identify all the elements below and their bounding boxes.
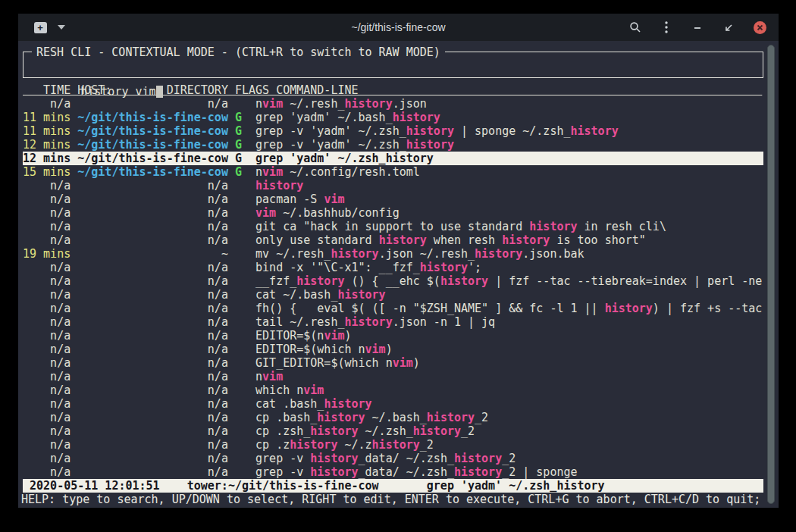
match-highlight: history <box>529 220 577 233</box>
close-button[interactable] <box>753 20 766 34</box>
history-row[interactable]: 11 mins ~/git/this-is-fine-cow G grep -v… <box>23 124 763 138</box>
row-time: n/a <box>23 356 77 370</box>
match-highlight: vim <box>262 165 283 179</box>
history-row[interactable]: n/a n/a pacman -S vim <box>23 192 763 206</box>
row-command: cat .bash_history <box>255 397 372 411</box>
row-flags <box>235 302 255 315</box>
history-row[interactable]: n/a n/a grep -v history_data/ ~/.zsh_his… <box>23 452 763 465</box>
history-row[interactable]: n/a n/a __fzf_history () { __ehc $(histo… <box>23 274 763 288</box>
resh-search-box[interactable]: RESH CLI - CONTEXTUAL MODE - (CTRL+R to … <box>23 52 763 78</box>
row-time: 11 mins <box>23 111 77 124</box>
history-row[interactable]: n/a n/a cp .bash_history ~/.bash_history… <box>23 411 763 424</box>
row-time: n/a <box>23 302 77 315</box>
history-row[interactable]: n/a n/a nvim ~/.resh_history.json <box>23 97 763 111</box>
row-command: grep 'yadm' ~/.zsh_history <box>255 152 434 165</box>
row-directory: n/a <box>77 424 235 438</box>
history-row[interactable]: 11 mins ~/git/this-is-fine-cow G grep 'y… <box>23 111 763 124</box>
row-directory: n/a <box>77 343 235 356</box>
row-flags <box>235 452 255 465</box>
row-directory: n/a <box>77 97 235 111</box>
search-box-title: RESH CLI - CONTEXTUAL MODE - (CTRL+R to … <box>32 45 445 59</box>
row-command: grep -v 'yadm' ~/.zsh_history <box>255 138 454 152</box>
row-directory: ~/git/this-is-fine-cow <box>77 165 235 179</box>
history-row[interactable]: n/a n/a cat .bash_history <box>23 397 763 411</box>
row-command: grep -v history_data/ ~/.zsh_history_2 <box>255 452 516 465</box>
row-time: n/a <box>23 329 77 343</box>
row-command: grep 'yadm' ~/.bash_history <box>255 111 440 124</box>
history-row[interactable]: n/a n/a grep -v history_data/ ~/.zsh_his… <box>23 465 763 479</box>
search-button[interactable] <box>628 20 642 34</box>
row-directory: n/a <box>77 206 235 220</box>
history-row[interactable]: n/a n/a which nvim <box>23 383 763 397</box>
history-row-selected[interactable]: 12 mins ~/git/this-is-fine-cow G grep 'y… <box>23 152 763 165</box>
new-tab-button[interactable]: + <box>33 20 47 34</box>
match-highlight: history <box>393 111 440 124</box>
row-directory: n/a <box>77 315 235 329</box>
row-command: nvim ~/.resh_history.json <box>255 97 427 111</box>
history-row[interactable]: n/a n/a only use standard history when r… <box>23 233 763 247</box>
restore-button[interactable] <box>722 20 735 34</box>
match-highlight: history <box>605 302 653 315</box>
row-directory: ~/git/this-is-fine-cow <box>77 124 235 138</box>
row-time: n/a <box>23 383 77 397</box>
history-row[interactable]: n/a n/a tail ~/.resh_history.json -n 1 |… <box>23 315 763 329</box>
history-row[interactable]: 12 mins ~/git/this-is-fine-cow G grep -v… <box>23 138 763 152</box>
row-directory: n/a <box>77 438 235 452</box>
row-command: EDITOR=$(which nvim) <box>255 343 393 356</box>
history-row[interactable]: n/a n/a GIT_EDITOR=$(which nvim) <box>23 356 763 370</box>
history-row[interactable]: n/a n/a nvim <box>23 370 763 383</box>
match-highlight: history <box>440 274 488 288</box>
history-row[interactable]: n/a n/a fh() { eval $( ([ -n "$ZSH_NAME"… <box>23 302 763 315</box>
row-flags <box>235 274 255 288</box>
row-directory: n/a <box>77 261 235 274</box>
row-flags <box>235 247 255 261</box>
match-highlight: history <box>324 397 371 411</box>
row-flags: G <box>235 111 255 124</box>
history-row[interactable]: n/a n/a git ca "hack in support to use s… <box>23 220 763 233</box>
match-highlight: history <box>413 424 461 438</box>
row-time: n/a <box>23 192 77 206</box>
row-command: grep -v 'yadm' ~/.zsh_history | sponge ~… <box>255 124 619 138</box>
history-row[interactable]: n/a n/a vim ~/.bashhub/config <box>23 206 763 220</box>
match-highlight: history <box>255 179 303 192</box>
history-row[interactable]: n/a n/a cat ~/.bash_history <box>23 288 763 302</box>
row-flags <box>235 411 255 424</box>
history-row[interactable]: n/a n/a cp .zsh_history ~/.zsh_history_2 <box>23 424 763 438</box>
tab-dropdown-button[interactable] <box>55 20 68 34</box>
match-highlight: history <box>475 247 522 261</box>
row-flags <box>235 343 255 356</box>
text-cursor <box>156 86 163 98</box>
history-row[interactable]: 15 mins ~/git/this-is-fine-cow G nvim ~/… <box>23 165 763 179</box>
history-row[interactable]: n/a n/a bind -x '"\C-x1": __fzf_history'… <box>23 261 763 274</box>
row-command: history <box>255 179 303 192</box>
history-row[interactable]: n/a n/a cp .zhistory ~/.zhistory_2 <box>23 438 763 452</box>
row-flags: G <box>235 152 255 165</box>
terminal-window: + ~/git/this-is-fine-cow <box>18 14 779 508</box>
history-row[interactable]: n/a n/a EDITOR=$(nvim) <box>23 329 763 343</box>
row-command: tail ~/.resh_history.json -n 1 | jq <box>255 315 495 329</box>
history-row[interactable]: n/a n/a history <box>23 179 763 192</box>
row-command: vim ~/.bashhub/config <box>255 206 400 220</box>
scrollbar[interactable] <box>767 45 775 504</box>
row-command: fh() { eval $( ([ -n "$ZSH_NAME" ] && fc… <box>255 302 762 315</box>
row-flags <box>235 192 255 206</box>
row-command: mv ~/.resh_history.json ~/.resh_history.… <box>255 247 584 261</box>
row-command: only use standard history when resh hist… <box>255 233 646 247</box>
history-row[interactable]: 19 mins ~ mv ~/.resh_history.json ~/.res… <box>23 247 763 261</box>
row-flags <box>235 97 255 111</box>
kebab-menu-icon <box>664 20 669 34</box>
row-directory: n/a <box>77 220 235 233</box>
search-input[interactable]: history vim <box>80 85 155 99</box>
menu-button[interactable] <box>660 20 673 34</box>
row-time: 12 mins <box>23 138 77 152</box>
minimize-button[interactable] <box>691 20 704 34</box>
row-time: n/a <box>23 452 77 465</box>
status-command: grep 'yadm' ~/.zsh_history <box>427 479 605 493</box>
history-row[interactable]: n/a n/a EDITOR=$(which nvim) <box>23 343 763 356</box>
close-icon <box>754 21 766 34</box>
match-highlight: vim <box>324 329 344 343</box>
match-highlight: history <box>379 233 427 247</box>
row-directory: ~ <box>77 247 235 261</box>
row-directory: n/a <box>77 465 235 479</box>
row-command: cp .bash_history ~/.bash_history_2 <box>255 411 488 424</box>
